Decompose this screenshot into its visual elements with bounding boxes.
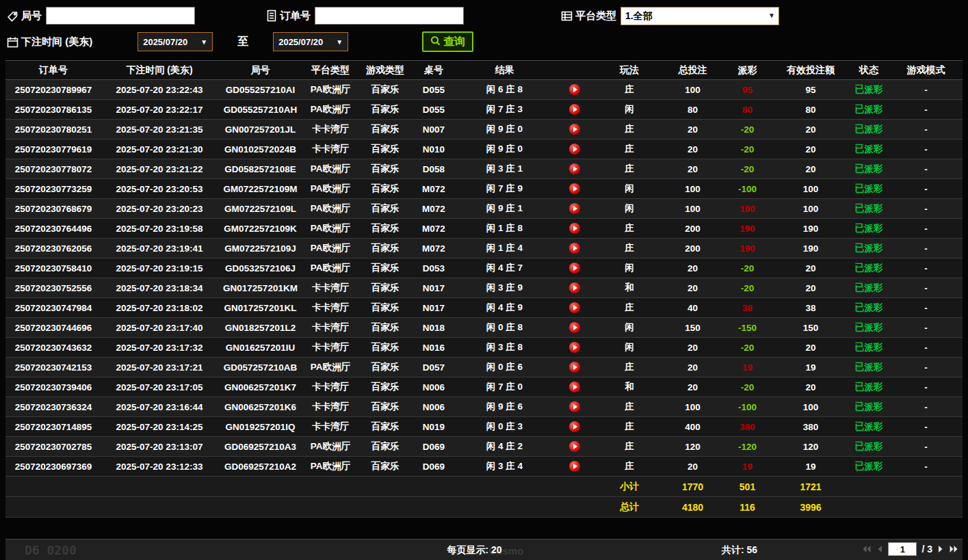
play-type: 庄 — [595, 159, 664, 179]
replay-play-icon[interactable] — [569, 302, 580, 313]
replay-play-icon[interactable] — [569, 223, 580, 234]
total-label: 总计 — [595, 497, 664, 518]
game-type: 百家乐 — [358, 100, 413, 120]
first-page-button[interactable] — [862, 545, 872, 553]
replay-play-icon[interactable] — [569, 243, 580, 254]
valid-bet: 20 — [773, 377, 848, 397]
order-no: 250720230773259 — [5, 179, 101, 199]
total-bet: 120 — [664, 437, 722, 457]
order-no: 250720230739406 — [5, 377, 101, 397]
column-header: 游戏类型 — [358, 61, 413, 80]
replay-cell — [554, 100, 595, 120]
order-no: 250720230764496 — [5, 219, 101, 239]
records-body: 2507202307899672025-07-20 23:22:43GD0552… — [5, 80, 963, 477]
table-no: M072 — [413, 239, 455, 258]
valid-bet: 380 — [773, 417, 848, 437]
document-icon — [266, 10, 277, 22]
replay-play-icon[interactable] — [569, 183, 580, 194]
game-mode: - — [889, 80, 963, 100]
valid-bet: 95 — [773, 80, 848, 100]
replay-cell — [554, 318, 595, 338]
payout: 190 — [722, 239, 773, 258]
game-type: 百家乐 — [358, 199, 413, 219]
replay-play-icon[interactable] — [569, 163, 580, 174]
bet-time: 2025-07-20 23:21:35 — [101, 120, 218, 139]
replay-play-icon[interactable] — [569, 401, 580, 412]
list-icon — [561, 11, 573, 21]
order-no: 250720230714895 — [5, 417, 101, 437]
date-from-value: 2025/07/20 — [143, 37, 187, 47]
result: 闲 0 庄 3 — [455, 417, 554, 437]
game-mode: - — [889, 318, 963, 338]
date-from-button[interactable]: 2025/07/20 ▼ — [138, 32, 213, 51]
replay-play-icon[interactable] — [569, 203, 580, 214]
platform-type: PA欧洲厅 — [303, 219, 358, 239]
date-to-button[interactable]: 2025/07/20 ▼ — [273, 32, 348, 51]
replay-play-icon[interactable] — [569, 282, 580, 293]
replay-play-icon[interactable] — [569, 342, 580, 353]
subtotal-payout: 501 — [722, 477, 773, 497]
subtotal-label: 小计 — [595, 477, 664, 497]
play-type: 庄 — [595, 417, 664, 437]
round-no-input[interactable] — [46, 7, 195, 25]
table-no: M072 — [413, 219, 455, 239]
replay-play-icon[interactable] — [569, 322, 580, 333]
search-button[interactable]: 查询 — [422, 31, 473, 52]
payout: 190 — [722, 219, 773, 239]
payout: 95 — [722, 80, 773, 100]
play-type: 闲 — [595, 179, 664, 199]
order-no: 250720230778072 — [5, 159, 101, 179]
chevron-down-icon: ▼ — [336, 38, 343, 46]
status: 已派彩 — [848, 278, 889, 298]
replay-play-icon[interactable] — [569, 84, 580, 95]
table-no: N007 — [413, 120, 455, 139]
game-type: 百家乐 — [358, 159, 413, 179]
page-input[interactable] — [888, 542, 917, 556]
order-no: 250720230744696 — [5, 318, 101, 338]
replay-play-icon[interactable] — [569, 421, 580, 432]
prev-page-button[interactable] — [876, 545, 883, 553]
replay-play-icon[interactable] — [569, 461, 580, 472]
valid-bet: 100 — [773, 397, 848, 417]
background-led-text: D6 0200 — [25, 543, 77, 557]
to-label: 至 — [237, 35, 248, 49]
per-page-label: 每页显示: 20 — [447, 544, 501, 557]
valid-bet: 20 — [773, 258, 848, 278]
play-type: 庄 — [595, 139, 664, 159]
total-bet: 20 — [664, 338, 722, 358]
last-page-button[interactable] — [949, 545, 958, 553]
replay-play-icon[interactable] — [569, 124, 580, 135]
total-bet: 20 — [664, 278, 722, 298]
table-no: N017 — [413, 298, 455, 318]
column-header — [554, 61, 595, 80]
page-total-label: / 3 — [921, 544, 932, 555]
play-type: 闲 — [595, 338, 664, 358]
replay-play-icon[interactable] — [569, 362, 580, 373]
table-row: 2507202307525562025-07-20 23:18:34GN0172… — [5, 278, 963, 298]
valid-bet: 100 — [773, 199, 848, 219]
table-row: 2507202307421532025-07-20 23:17:21GD0572… — [5, 358, 963, 377]
order-no: 250720230768679 — [5, 199, 101, 219]
replay-play-icon[interactable] — [569, 144, 580, 155]
order-no-input[interactable] — [315, 7, 464, 25]
payout: 100 — [722, 199, 773, 219]
total-bet: 200 — [664, 239, 722, 258]
replay-play-icon[interactable] — [569, 441, 580, 452]
order-no: 250720230780251 — [5, 120, 101, 139]
platform-type: PA欧洲厅 — [303, 199, 358, 219]
game-mode: - — [889, 139, 963, 159]
table-row: 2507202307584102025-07-20 23:19:15GD0532… — [5, 258, 963, 278]
result: 闲 4 庄 7 — [455, 258, 554, 278]
replay-play-icon[interactable] — [569, 263, 580, 274]
replay-play-icon[interactable] — [569, 104, 580, 115]
next-page-button[interactable] — [937, 545, 944, 553]
platform-select[interactable]: 1.全部 — [620, 7, 779, 25]
valid-bet: 150 — [773, 318, 848, 338]
platform-type: 卡卡湾厅 — [303, 298, 358, 318]
replay-play-icon[interactable] — [569, 382, 580, 392]
bet-time: 2025-07-20 23:19:41 — [101, 239, 218, 258]
payout: 19 — [722, 358, 773, 377]
valid-bet: 190 — [773, 219, 848, 239]
subtotal-row: 小计 1770 501 1721 — [5, 477, 963, 497]
replay-cell — [554, 417, 595, 437]
